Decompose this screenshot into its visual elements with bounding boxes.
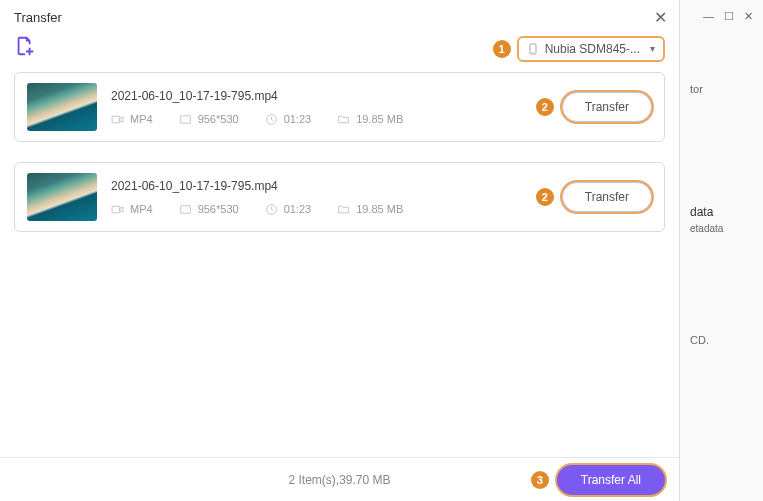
device-select[interactable]: Nubia SDM845-... ▾ [517,36,665,62]
transfer-all-button[interactable]: Transfer All [557,465,665,495]
bg-fragment-2: data [690,205,753,219]
callout-badge-2: 2 [536,188,554,206]
close-icon[interactable]: ✕ [654,8,667,27]
video-icon [111,203,124,216]
svg-rect-6 [180,205,190,213]
transfer-button[interactable]: Transfer [562,92,652,122]
file-name: 2021-06-10_10-17-19-795.mp4 [111,179,522,193]
duration-prop: 01:23 [265,203,312,216]
bg-fragment-3: etadata [690,223,753,234]
callout-badge-1: 1 [493,40,511,58]
list-item: 2021-06-10_10-17-19-795.mp4 MP4 956*530 … [14,72,665,142]
chevron-down-icon: ▾ [650,43,655,54]
footer-bar: 2 Item(s),39.70 MB 3 Transfer All [0,457,679,501]
resolution-prop: 956*530 [179,203,239,216]
folder-icon [337,203,350,216]
svg-rect-5 [112,206,120,213]
svg-point-1 [532,52,533,53]
video-icon [111,113,124,126]
folder-icon [337,113,350,126]
add-file-icon[interactable] [14,35,36,62]
bg-fragment-1: tor [690,83,753,95]
resolution-icon [179,113,192,126]
video-thumbnail [27,173,97,221]
resolution-icon [179,203,192,216]
resolution-prop: 956*530 [179,113,239,126]
file-name: 2021-06-10_10-17-19-795.mp4 [111,89,522,103]
clock-icon [265,203,278,216]
file-list: 2021-06-10_10-17-19-795.mp4 MP4 956*530 … [0,72,679,232]
svg-rect-3 [180,115,190,123]
callout-badge-2: 2 [536,98,554,116]
window-title: Transfer [0,0,679,31]
bg-fragment-4: CD. [690,334,753,346]
phone-icon [527,42,539,56]
transfer-window: ✕ Transfer 1 Nubia SDM845-... ▾ 2021-06-… [0,0,680,501]
list-item: 2021-06-10_10-17-19-795.mp4 MP4 956*530 … [14,162,665,232]
size-prop: 19.85 MB [337,203,403,216]
footer-summary: 2 Item(s),39.70 MB [288,473,390,487]
format-prop: MP4 [111,203,153,216]
svg-rect-2 [112,116,120,123]
clock-icon [265,113,278,126]
video-thumbnail [27,83,97,131]
bg-close[interactable]: ✕ [744,10,753,23]
callout-badge-3: 3 [531,471,549,489]
device-label: Nubia SDM845-... [545,42,640,56]
size-prop: 19.85 MB [337,113,403,126]
bg-minimize[interactable]: — [703,10,714,23]
bg-maximize[interactable]: ☐ [724,10,734,23]
duration-prop: 01:23 [265,113,312,126]
format-prop: MP4 [111,113,153,126]
transfer-button[interactable]: Transfer [562,182,652,212]
